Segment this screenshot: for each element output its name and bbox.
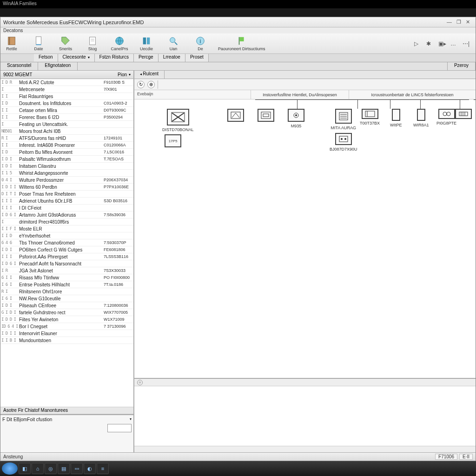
canvas-tab-0[interactable]: ◂ Rulcent <box>134 71 165 79</box>
tree-row[interactable]: R IRlnitsnenn Ohrl1rore <box>0 288 133 295</box>
diagram-node-8a[interactable]: PI0G8PTE <box>436 109 456 126</box>
tree-row[interactable]: I RJGA 3vit Aslonet7S3X30033 <box>0 267 133 274</box>
maximize-button[interactable]: ❐ <box>456 19 461 25</box>
subtab-right[interactable]: Pzeroy <box>447 62 476 70</box>
toolbar-item-7[interactable]: i De <box>191 36 210 51</box>
toolbar-item-5[interactable]: Uecdie <box>137 36 156 51</box>
tree-expander[interactable]: I I <box>1 115 19 119</box>
diagram-node-sub[interactable]: 17P5 <box>165 134 181 147</box>
tree-row[interactable]: I DPeitorn Bu Mfes Avonxent7.L5C0016 <box>0 149 133 156</box>
diagram-node-6[interactable]: WItPE <box>390 109 402 127</box>
toolbar-item-2[interactable]: Snerits <box>56 36 75 51</box>
tree-expander[interactable]: I 6 I <box>1 282 19 287</box>
detail-input[interactable] <box>107 424 132 432</box>
toolbar-item-3[interactable]: Stog <box>83 36 102 51</box>
tab-5[interactable]: Proset <box>185 54 209 62</box>
tree-row[interactable]: 0 4 IWulture PerdossmzerP206X37034 <box>0 177 133 184</box>
taskbar-app-icon[interactable]: ⌂ <box>32 463 44 474</box>
zoom-icon[interactable]: ⊕ <box>147 81 155 88</box>
tree-row[interactable]: I DDosutnent. los InfitdutcesC01A0903-2 <box>0 100 133 107</box>
tree-row[interactable]: I IFlat Rdauntriges <box>0 93 133 100</box>
horizontal-scrollbar[interactable] <box>134 446 476 452</box>
nav-star-icon[interactable]: ✱ <box>426 40 433 47</box>
tree-row[interactable]: 6 4 6Tbs Thnoer Cmano6romed7:5930370P <box>0 239 133 246</box>
refresh-icon[interactable]: ↻ <box>137 81 145 88</box>
tree-expander[interactable]: I D 6 I <box>1 261 19 266</box>
tree-row[interactable]: I D D IFiites Yer AwinetonW1X71009 <box>0 316 133 323</box>
diagram-node-8b[interactable] <box>455 109 472 119</box>
tree-row[interactable]: I 1 5Whirist Adangepssonrte <box>0 170 133 177</box>
nav-play-icon[interactable]: ▷ <box>414 40 421 47</box>
tree-expander[interactable]: R I <box>1 136 19 140</box>
tree-expander[interactable]: I I D <box>1 233 19 238</box>
tree-row[interactable]: I IForerec Bses 6 I2DP3500294 <box>0 114 133 121</box>
subtab-mid[interactable]: Efignotateon <box>38 62 78 70</box>
tree-row[interactable]: I D I IWiltens 60 PerdbnP7PX10036E <box>0 184 133 191</box>
chevron-down-icon[interactable]: ▾ <box>129 73 131 77</box>
tree-row[interactable]: I I IPsforirot.AAs Phrergset7LS5S3B116 <box>0 253 133 260</box>
tree-expander[interactable]: I D D I <box>1 317 19 322</box>
tree-row[interactable]: I I DeYnvberhsohet <box>0 232 133 239</box>
tree-row[interactable]: I D IPalsaltc WfirruskoothrumT.7ESOAS <box>0 156 133 163</box>
diagram-canvas[interactable]: DISTD70BONAL 17P5 M935 <box>134 99 476 378</box>
taskbar[interactable]: ◧⌂◎▤⩶◐≡ <box>0 461 476 476</box>
tree-row[interactable]: G I D Ifartele Gvhdrstreo rectWIX7707005 <box>0 309 133 316</box>
tab-4[interactable]: Lrreatoe <box>159 54 185 62</box>
taskbar-app-icon[interactable]: ◐ <box>84 463 96 474</box>
diagram-node-7[interactable]: WIR8A1 <box>413 109 429 127</box>
tree-expander[interactable]: 6 I I <box>1 275 19 280</box>
tree-expander[interactable]: I I <box>1 143 19 147</box>
tree-row[interactable]: I IInferest. IntA608 ProensrerC0120066A <box>0 142 133 149</box>
toolbar-item-1[interactable]: Date <box>29 36 48 51</box>
tree-expander[interactable]: I <box>1 219 19 224</box>
diagram-node-3[interactable]: M935 <box>288 109 304 128</box>
tree-expander[interactable]: I 1 5 <box>1 171 19 175</box>
toolbar-item-0[interactable]: Rettle <box>2 36 21 51</box>
tree-row[interactable]: I D IInitatsen Cilavstru <box>0 163 133 170</box>
toolbar-item-4[interactable]: CanelPrs <box>110 36 129 51</box>
tree-row[interactable]: R IATFS/Durons fas nHiD17249101 <box>0 135 133 142</box>
tree-expander[interactable]: I D <box>1 150 19 154</box>
tree-expander[interactable]: I I I <box>1 205 19 210</box>
taskbar-app-icon[interactable]: ≡ <box>97 463 109 474</box>
diagram-node-5[interactable]: T00T37BX <box>360 109 380 126</box>
tree-expander[interactable]: I D I I <box>1 185 19 189</box>
tree-expander[interactable]: ID 6 4 I <box>1 324 19 329</box>
tree-expander[interactable]: I 6 I <box>1 296 19 301</box>
tree-expander[interactable]: R I <box>1 289 19 294</box>
start-button[interactable] <box>2 463 18 475</box>
tree-view[interactable]: I D RMoti A.R2 CutoteF91030B S IMetrcens… <box>0 79 133 407</box>
tree-expander[interactable]: I <box>1 122 19 126</box>
tree-row[interactable]: 6 I IRisass Mfo TtinfwwPO FI0I00800 <box>0 274 133 281</box>
tree-row[interactable]: NB501Moors frost Achi I0B <box>0 128 133 135</box>
tree-row[interactable]: I I F IMoste ELR <box>0 225 133 232</box>
output-panel-body[interactable] <box>134 386 476 446</box>
tree-row[interactable]: I ICetase orten MliraD0T93009C <box>0 107 133 114</box>
tree-row[interactable]: I D I IIntenorvirt Elauner <box>0 330 133 337</box>
tree-expander[interactable]: I I I <box>1 254 19 259</box>
tree-row[interactable]: I D IPilseauh CEnfoee7:120800036 <box>0 302 133 309</box>
subtab-left[interactable]: Scarsonstel <box>0 62 38 70</box>
tab-2[interactable]: Fstzn Risturcs <box>95 54 134 62</box>
tree-expander[interactable]: I I F I <box>1 226 19 231</box>
expand-icon[interactable]: ○ <box>137 380 143 385</box>
nav-more-icon[interactable]: … <box>450 40 457 47</box>
window-titlebar[interactable]: Workunte SoMercedeus EusFECWCWiring Lpez… <box>0 17 476 27</box>
tree-expander[interactable]: I D 6 I <box>1 212 19 217</box>
tree-row[interactable]: D I T IPoser Tmas fvre Rnefsteen <box>0 191 133 198</box>
output-panel-header[interactable]: ○ <box>134 379 476 386</box>
tree-expander[interactable]: I D I <box>1 157 19 161</box>
chevron-down-icon[interactable]: ▾ <box>130 417 132 422</box>
taskbar-app-icon[interactable]: ⩶ <box>71 463 83 474</box>
tree-expander[interactable]: I D I I <box>1 331 19 336</box>
tree-expander[interactable]: I D <box>1 101 19 106</box>
tree-expander[interactable]: I D R <box>1 80 19 85</box>
tree-row[interactable]: Idrimitord Precr4810If6rs <box>0 218 133 225</box>
minimize-button[interactable]: — <box>447 19 452 25</box>
tree-expander[interactable]: I D I <box>1 303 19 308</box>
tree-row[interactable]: I D RMoti A.R2 CutoteF91030B S <box>0 79 133 86</box>
toolbar-item-8[interactable]: Paouroneert Dirtsuctiums <box>218 36 265 51</box>
diagram-node-2[interactable] <box>258 109 274 122</box>
tree-row[interactable]: I I II DI CFeiot <box>0 205 133 212</box>
tree-row[interactable]: I 6 IEntrse Positets HiIhlacht7T.Ia.0186 <box>0 281 133 288</box>
